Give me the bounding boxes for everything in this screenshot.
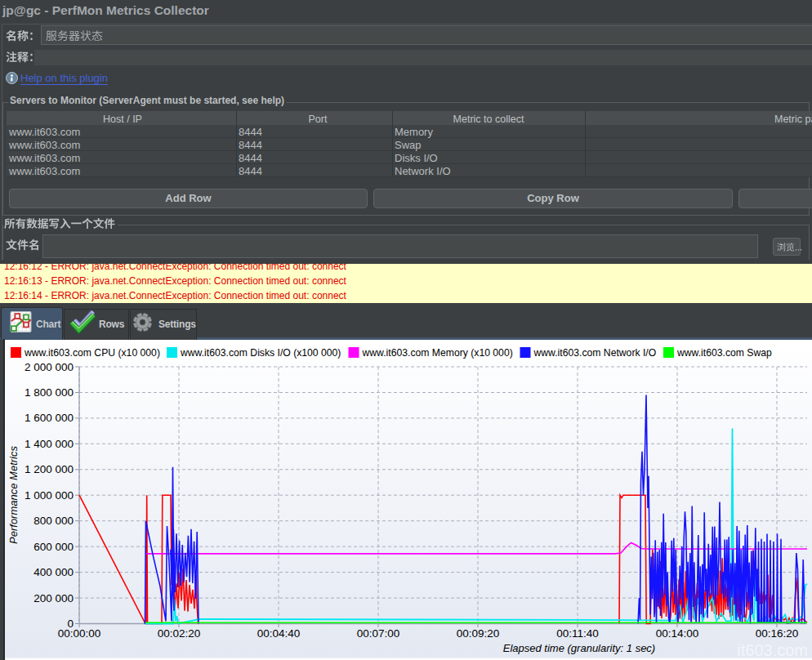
svg-text:400 000: 400 000 (33, 566, 74, 578)
svg-text:200 000: 200 000 (33, 592, 74, 604)
svg-text:1 000 000: 1 000 000 (25, 489, 74, 502)
svg-text:00:07:00: 00:07:00 (357, 627, 400, 640)
svg-text:00:04:40: 00:04:40 (257, 627, 301, 640)
svg-text:1 800 000: 1 800 000 (25, 386, 74, 399)
svg-text:800 000: 800 000 (33, 515, 74, 527)
svg-text:00:16:20: 00:16:20 (756, 627, 799, 640)
svg-text:it603.com: it603.com (737, 641, 808, 659)
svg-text:Elapsed time (granularity: 1 s: Elapsed time (granularity: 1 sec) (503, 642, 655, 654)
svg-text:00:11:40: 00:11:40 (556, 627, 599, 640)
svg-text:00:09:20: 00:09:20 (457, 627, 500, 640)
svg-text:www.it603.com Memory (x10 000): www.it603.com Memory (x10 000) (362, 347, 513, 359)
svg-text:600 000: 600 000 (33, 541, 74, 553)
svg-text:00:02:20: 00:02:20 (158, 627, 201, 640)
svg-text:1 200 000: 1 200 000 (25, 463, 74, 475)
svg-text:1 600 000: 1 600 000 (25, 412, 74, 424)
svg-text:00:14:00: 00:14:00 (656, 627, 699, 640)
svg-text:www.it603.com CPU (x10 000): www.it603.com CPU (x10 000) (24, 347, 160, 359)
svg-text:www.it603.com Disks I/O (x100: www.it603.com Disks I/O (x100 000) (180, 347, 341, 359)
svg-text:www.it603.com Network I/O: www.it603.com Network I/O (533, 347, 657, 359)
svg-text:1 400 000: 1 400 000 (25, 438, 74, 450)
svg-text:2 000 000: 2 000 000 (25, 361, 74, 373)
svg-text:00:00:00: 00:00:00 (58, 627, 101, 640)
svg-text:www.it603.com Swap: www.it603.com Swap (676, 347, 772, 359)
svg-text:Performance Metrics: Performance Metrics (7, 446, 20, 544)
